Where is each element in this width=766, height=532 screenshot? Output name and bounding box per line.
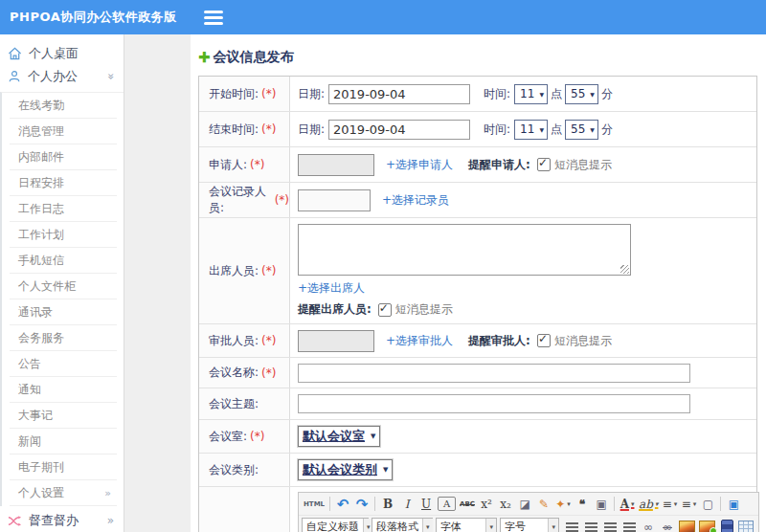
sidebar-item-work-log[interactable]: 工作日志: [10, 196, 117, 222]
end-hour-select[interactable]: 11▼: [514, 120, 548, 140]
end-minute-select[interactable]: 55▼: [565, 120, 598, 140]
attendees-sms-checkbox[interactable]: [378, 303, 392, 317]
font-size-select[interactable]: 字号▾: [500, 518, 559, 532]
approver-sms-checkbox[interactable]: [537, 334, 551, 347]
start-time-label: 开始时间:: [209, 86, 259, 102]
sidebar-item-contacts[interactable]: 通讯录: [10, 299, 117, 325]
remind-applicant-label: 提醒申请人:: [468, 157, 530, 173]
align-center-icon[interactable]: [581, 518, 600, 532]
end-date-input[interactable]: [328, 120, 470, 140]
highlight-color-icon[interactable]: ab▾: [637, 495, 660, 513]
applicant-sms-checkbox[interactable]: [537, 158, 551, 171]
sidebar-submenu: 在线考勤消息管理内部邮件日程安排工作日志工作计划手机短信个人文件柜通讯录会务服务…: [0, 92, 124, 506]
sidebar-item-notice[interactable]: 通知: [10, 377, 117, 403]
sidebar-item-e-journal[interactable]: 电子期刊: [10, 454, 117, 480]
meeting-room-label: 会议室:: [209, 429, 247, 445]
start-date-input[interactable]: [328, 84, 470, 104]
form-row-meeting-subject: 会议主题:: [199, 388, 756, 420]
caret-down-icon: ▾: [631, 499, 635, 508]
choose-attendees-link[interactable]: +选择出席人: [298, 280, 365, 297]
align-justify-icon[interactable]: [620, 518, 639, 532]
caret-down-icon: ▼: [539, 91, 544, 98]
sidebar-item-work-plan[interactable]: 工作计划: [10, 222, 117, 248]
choose-approver-link[interactable]: +选择审批人: [386, 333, 453, 349]
applicant-input[interactable]: [298, 154, 374, 176]
attendees-textarea[interactable]: [298, 224, 631, 276]
sidebar-item-label: 个人设置: [18, 485, 64, 501]
sidebar-item-personal-file-cabinet[interactable]: 个人文件柜: [10, 274, 117, 299]
meeting-room-select[interactable]: 默认会议室 ▼: [298, 426, 380, 447]
sidebar-item-message-management[interactable]: 消息管理: [10, 119, 117, 144]
meeting-name-input[interactable]: [298, 364, 690, 383]
blockquote-icon[interactable]: ❝: [573, 495, 592, 513]
hour-unit-label: 点: [551, 122, 562, 138]
redo-icon[interactable]: ↷: [352, 495, 372, 513]
meeting-subject-input[interactable]: [298, 394, 690, 413]
undo-icon[interactable]: ↶: [333, 495, 352, 513]
new-page-icon[interactable]: ▢: [698, 495, 717, 513]
sidebar-item-mobile-sms[interactable]: 手机短信: [10, 248, 117, 274]
sms-remind-label: 短消息提示: [395, 301, 453, 318]
image-icon[interactable]: [677, 518, 697, 532]
sidebar-item-online-attendance[interactable]: 在线考勤: [10, 93, 117, 119]
html-source-button[interactable]: HTML: [302, 495, 327, 513]
toolbar-separator: [374, 497, 375, 511]
required-mark: (*): [275, 193, 289, 207]
strikethrough-icon[interactable]: ABC: [458, 495, 477, 513]
sidebar-item-news[interactable]: 新闻: [10, 429, 117, 454]
meeting-category-select[interactable]: 默认会议类别 ▼: [298, 459, 393, 480]
unlink-icon[interactable]: ∞: [658, 518, 677, 532]
required-mark: (*): [261, 122, 276, 136]
sidebar-item-meeting-service[interactable]: 会务服务: [10, 325, 117, 351]
sidebar-item-memorabilia[interactable]: 大事记: [10, 403, 117, 429]
superscript-icon[interactable]: x²: [477, 495, 496, 513]
sidebar-item-supervision[interactable]: 督查督办 »: [0, 509, 124, 532]
media-icon[interactable]: [717, 518, 736, 532]
sidebar: 个人桌面 个人办公 » 在线考勤消息管理内部邮件日程安排工作日志工作计划手机短信…: [0, 34, 124, 532]
sidebar-item-label: 通知: [18, 382, 41, 398]
underline-icon[interactable]: U: [417, 495, 436, 513]
meeting-category-value: 默认会议类别: [303, 461, 377, 478]
choose-recorder-link[interactable]: +选择记录员: [382, 192, 449, 209]
ordered-list-icon[interactable]: ≡▾: [660, 495, 679, 513]
font-style-icon[interactable]: A: [438, 497, 456, 511]
sidebar-item-internal-mail[interactable]: 内部邮件: [10, 144, 117, 170]
table-icon[interactable]: [736, 518, 755, 532]
sidebar-item-label: 电子期刊: [18, 459, 64, 476]
remove-format-icon[interactable]: ◪: [515, 495, 534, 513]
hour-value: 11: [520, 87, 534, 100]
menu-icon[interactable]: [204, 11, 223, 25]
fullscreen-icon[interactable]: ▣: [724, 495, 743, 513]
unordered-list-icon[interactable]: ≡▾: [679, 495, 698, 513]
italic-icon[interactable]: I: [397, 495, 417, 513]
recorder-input[interactable]: [298, 189, 371, 211]
paragraph-format-select[interactable]: 段落格式▾: [372, 518, 433, 532]
applicant-label: 申请人:: [209, 157, 247, 173]
hour-unit-label: 点: [551, 86, 562, 102]
clean-format-brush-icon[interactable]: ✎: [534, 495, 553, 513]
bold-icon[interactable]: B: [378, 495, 397, 513]
align-right-icon[interactable]: [600, 518, 620, 532]
color-palette-icon[interactable]: ✦▾: [553, 495, 573, 513]
sidebar-item-schedule[interactable]: 日程安排: [10, 170, 117, 196]
sidebar-item-personal-desktop[interactable]: 个人桌面: [0, 42, 124, 65]
font-color-icon[interactable]: A▾: [618, 495, 637, 513]
font-family-select[interactable]: 字体▾: [436, 518, 497, 532]
start-minute-select[interactable]: 55▼: [565, 84, 598, 104]
link-icon[interactable]: ∞: [639, 518, 658, 532]
insert-picture-icon[interactable]: [697, 518, 717, 532]
paste-as-text-icon[interactable]: ▣: [592, 495, 611, 513]
required-mark: (*): [250, 158, 264, 171]
toolbar-separator: [614, 497, 615, 511]
align-left-icon[interactable]: [562, 518, 581, 532]
sidebar-item-personal-office[interactable]: 个人办公 »: [0, 65, 124, 88]
form-row-applicant: 申请人: (*) +选择申请人 提醒申请人: 短消息提示: [199, 147, 756, 183]
approver-input[interactable]: [298, 330, 374, 352]
custom-heading-select[interactable]: 自定义标题▾: [302, 518, 369, 532]
subscript-icon[interactable]: x₂: [496, 495, 515, 513]
sidebar-item-announcement[interactable]: 公告: [10, 351, 117, 377]
sidebar-item-personal-settings[interactable]: 个人设置»: [10, 480, 117, 506]
meeting-room-value: 默认会议室: [303, 428, 365, 445]
choose-applicant-link[interactable]: +选择申请人: [386, 157, 453, 173]
start-hour-select[interactable]: 11▼: [514, 84, 548, 104]
